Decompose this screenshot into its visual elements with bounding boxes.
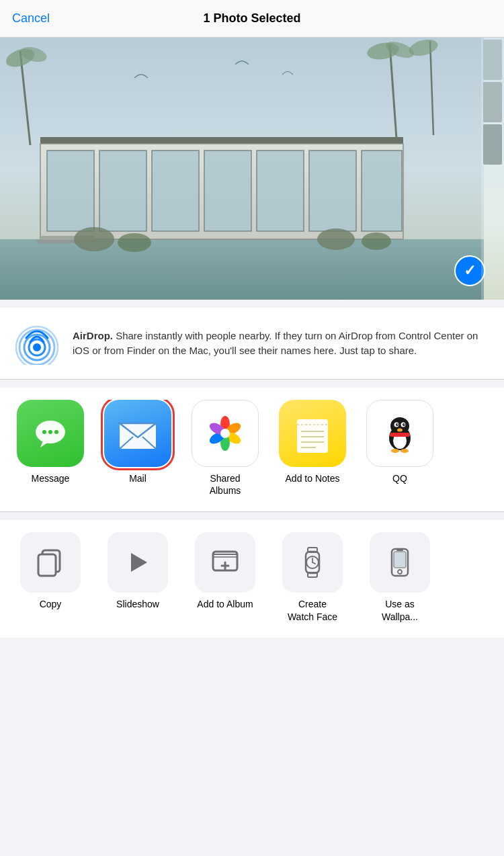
- mail-app-label: Mail: [129, 472, 146, 484]
- thumbnail-item[interactable]: [483, 40, 502, 80]
- actions-section: Copy Slideshow: [0, 520, 504, 637]
- svg-rect-4: [47, 151, 94, 231]
- svg-point-33: [42, 430, 46, 434]
- create-watch-face-icon-wrap: [282, 532, 343, 593]
- thumbnail-strip: [481, 38, 504, 300]
- action-create-watch-face[interactable]: Create Watch Face: [269, 532, 356, 630]
- svg-point-85: [398, 570, 402, 574]
- svg-rect-71: [38, 554, 56, 576]
- cancel-button[interactable]: Cancel: [12, 11, 50, 26]
- message-app-icon: [17, 400, 84, 467]
- slideshow-icon-wrap: [108, 532, 168, 593]
- svg-point-34: [48, 430, 52, 434]
- svg-point-66: [397, 429, 403, 432]
- notes-app-icon: [279, 400, 346, 467]
- airdrop-icon: [13, 320, 60, 367]
- use-as-wallpaper-label: Use as Wallpa...: [382, 598, 418, 622]
- share-app-message[interactable]: Message: [7, 400, 94, 505]
- thumbnail-item[interactable]: [483, 124, 502, 165]
- slideshow-icon: [120, 545, 155, 580]
- actions-row: Copy Slideshow: [0, 532, 504, 630]
- airdrop-section: AirDrop. Share instantly with people nea…: [0, 308, 504, 380]
- page-title: 1 Photo Selected: [203, 11, 300, 26]
- svg-point-25: [33, 343, 41, 351]
- photos-app-icon: [192, 400, 259, 467]
- svg-rect-6: [152, 151, 199, 231]
- share-app-shared-albums[interactable]: Shared Albums: [181, 400, 269, 505]
- svg-point-64: [397, 424, 398, 425]
- copy-icon: [33, 545, 68, 580]
- message-app-label: Message: [32, 472, 70, 484]
- svg-rect-86: [394, 552, 406, 568]
- svg-point-22: [118, 233, 151, 252]
- add-to-album-icon: [208, 545, 243, 580]
- share-app-qq[interactable]: QQ: [356, 400, 444, 505]
- svg-point-65: [404, 424, 405, 425]
- thumbnail-item[interactable]: [483, 82, 502, 122]
- add-to-album-icon-wrap: [195, 532, 255, 593]
- airdrop-description: AirDrop. Share instantly with people nea…: [73, 329, 491, 358]
- create-watch-face-label: Create Watch Face: [288, 598, 337, 622]
- watch-face-icon: [295, 545, 330, 580]
- svg-point-35: [54, 430, 58, 434]
- svg-rect-67: [390, 433, 410, 437]
- svg-point-21: [74, 227, 114, 251]
- share-apps-section: Message Mail: [0, 388, 504, 512]
- qq-app-label: QQ: [392, 472, 407, 484]
- add-to-notes-label: Add to Notes: [286, 472, 340, 484]
- svg-point-69: [401, 449, 409, 453]
- copy-label: Copy: [40, 598, 62, 610]
- svg-rect-8: [257, 151, 304, 231]
- wallpaper-icon: [382, 545, 417, 580]
- svg-point-24: [362, 232, 391, 250]
- svg-point-48: [220, 429, 230, 438]
- svg-rect-2: [40, 137, 403, 144]
- slideshow-label: Slideshow: [116, 598, 159, 610]
- share-app-mail[interactable]: Mail: [94, 400, 181, 505]
- mail-app-icon: [104, 400, 171, 467]
- svg-rect-5: [99, 151, 146, 231]
- shared-albums-label: Shared Albums: [210, 472, 241, 497]
- svg-rect-10: [362, 151, 402, 231]
- share-apps-row: Message Mail: [0, 400, 504, 505]
- selected-photo: [0, 38, 504, 300]
- photo-preview-area: [0, 38, 504, 300]
- svg-marker-72: [131, 553, 147, 572]
- copy-icon-wrap: [20, 532, 81, 593]
- qq-app-icon: [366, 400, 433, 467]
- svg-rect-1: [0, 239, 484, 300]
- airdrop-title: AirDrop.: [73, 330, 113, 341]
- navigation-bar: Cancel 1 Photo Selected: [0, 0, 504, 38]
- svg-line-83: [312, 562, 315, 564]
- svg-point-23: [317, 228, 355, 250]
- svg-point-68: [391, 449, 399, 453]
- add-to-album-label: Add to Album: [197, 598, 253, 610]
- share-app-add-to-notes[interactable]: Add to Notes: [269, 400, 356, 505]
- action-copy[interactable]: Copy: [7, 532, 94, 630]
- action-use-as-wallpaper[interactable]: Use as Wallpa...: [356, 532, 444, 630]
- svg-rect-7: [204, 151, 251, 231]
- airdrop-body: Share instantly with people nearby. If t…: [73, 330, 478, 356]
- use-as-wallpaper-icon-wrap: [370, 532, 430, 593]
- svg-point-59: [390, 417, 409, 435]
- svg-rect-9: [309, 151, 356, 231]
- action-add-to-album[interactable]: Add to Album: [181, 532, 269, 630]
- action-slideshow[interactable]: Slideshow: [94, 532, 181, 630]
- airdrop-rings-icon: [15, 322, 58, 365]
- house-sketch: [0, 38, 484, 300]
